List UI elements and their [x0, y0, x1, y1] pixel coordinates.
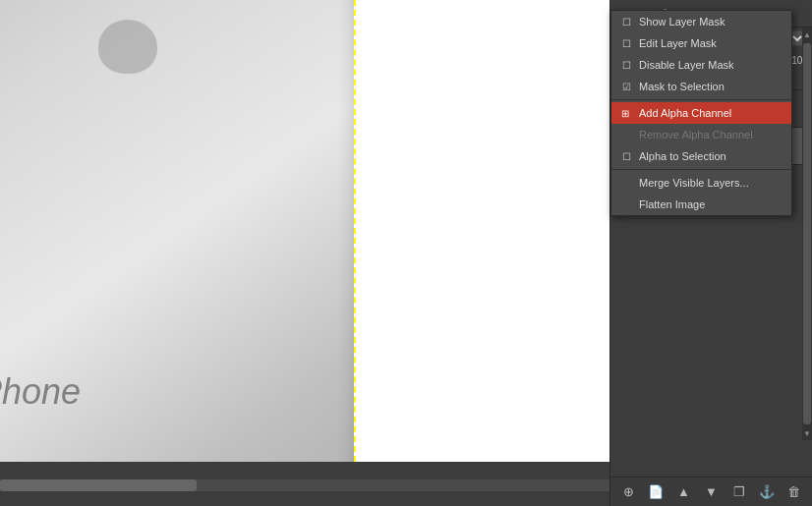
menu-label-remove-alpha-channel: Remove Alpha Channel	[639, 129, 753, 141]
selection-border-vertical	[354, 0, 356, 462]
iphone-apple-logo	[98, 20, 157, 74]
scrollbar-thumb[interactable]	[0, 479, 197, 491]
disable-layer-mask-checkbox: ☐	[619, 58, 633, 72]
menu-item-remove-alpha-channel: Remove Alpha Channel	[611, 124, 791, 145]
new-layer-button[interactable]: ⊕	[618, 482, 638, 502]
alpha-to-selection-checkbox: ☐	[619, 149, 633, 163]
menu-item-alpha-to-selection[interactable]: ☐ Alpha to Selection	[611, 145, 791, 167]
menu-label-disable-layer-mask: Disable Layer Mask	[639, 59, 734, 71]
anchor-layer-button[interactable]: ⚓	[757, 482, 777, 502]
scroll-thumb[interactable]	[803, 43, 811, 424]
canvas-white-area	[354, 0, 609, 462]
add-alpha-channel-icon: ⊞	[617, 105, 633, 121]
menu-separator-2	[611, 169, 791, 170]
menu-separator-1	[611, 99, 791, 100]
context-menu: ☐ Show Layer Mask ☐ Edit Layer Mask ☐ Di…	[610, 10, 792, 216]
scroll-down-arrow[interactable]: ▼	[802, 426, 812, 440]
duplicate-layer-button[interactable]: ❐	[729, 482, 749, 502]
menu-label-edit-layer-mask: Edit Layer Mask	[639, 37, 717, 49]
menu-label-add-alpha-channel: Add Alpha Channel	[639, 107, 731, 119]
menu-label-flatten-image: Flatten Image	[639, 198, 705, 210]
panel-scrollbar[interactable]: ▲ ▼	[802, 28, 812, 440]
menu-label-merge-visible-layers: Merge Visible Layers...	[639, 177, 749, 189]
iphone-text-label: iPhone	[0, 371, 81, 413]
right-panel: ≡ ⊟ ✎ Mode Normal Multiply Screen Opacit…	[609, 0, 812, 506]
panel-bottom-toolbar: ⊕ 📄 ▲ ▼ ❐ ⚓ 🗑	[610, 477, 812, 506]
menu-item-mask-to-selection[interactable]: ☑ Mask to Selection	[611, 76, 791, 97]
horizontal-scrollbar[interactable]	[0, 479, 609, 491]
edit-layer-mask-checkbox: ☐	[619, 36, 633, 50]
canvas-image: iPhone	[0, 0, 609, 506]
iphone-shape: iPhone	[0, 0, 364, 506]
main-container: iPhone ≡ ⊟ ✎ Mode Normal Multip	[0, 0, 812, 506]
menu-item-show-layer-mask[interactable]: ☐ Show Layer Mask	[611, 11, 791, 32]
menu-label-alpha-to-selection: Alpha to Selection	[639, 150, 726, 162]
scroll-up-arrow[interactable]: ▲	[802, 28, 812, 41]
menu-label-show-layer-mask: Show Layer Mask	[639, 16, 725, 28]
move-layer-down-button[interactable]: ▼	[701, 482, 721, 502]
menu-label-mask-to-selection: Mask to Selection	[639, 81, 725, 92]
delete-layer-button[interactable]: 🗑	[784, 482, 804, 502]
menu-item-flatten-image[interactable]: Flatten Image	[611, 194, 791, 215]
move-layer-up-button[interactable]: ▲	[673, 482, 693, 502]
mask-to-selection-checkbox: ☑	[619, 80, 633, 93]
show-layer-mask-checkbox: ☐	[619, 15, 633, 28]
menu-item-edit-layer-mask[interactable]: ☐ Edit Layer Mask	[611, 32, 791, 54]
canvas-bottom-bar	[0, 462, 609, 506]
new-from-visible-button[interactable]: 📄	[646, 482, 666, 502]
menu-item-merge-visible-layers[interactable]: Merge Visible Layers...	[611, 172, 791, 194]
canvas-area: iPhone	[0, 0, 609, 506]
menu-item-add-alpha-channel[interactable]: ⊞ Add Alpha Channel	[611, 102, 791, 124]
menu-item-disable-layer-mask[interactable]: ☐ Disable Layer Mask	[611, 54, 791, 76]
